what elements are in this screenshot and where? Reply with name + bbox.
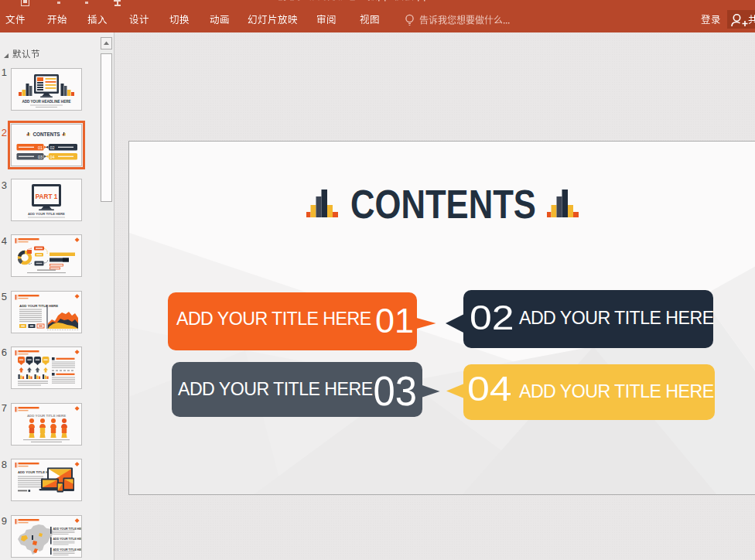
svg-text:ADD YOUR TITLE HERE: ADD YOUR TITLE HERE (53, 538, 82, 541)
svg-text:03: 03 (38, 155, 43, 159)
svg-text:PART 1: PART 1 (36, 193, 58, 200)
svg-text:ADD YOUR TITLE HERE: ADD YOUR TITLE HERE (19, 303, 58, 307)
svg-text:02: 02 (50, 145, 55, 150)
svg-text:ADD YOUR HEADLINE HERE: ADD YOUR HEADLINE HERE (22, 100, 70, 104)
svg-text:CONTENTS: CONTENTS (32, 131, 60, 137)
svg-text:ADD YOUR TITLE HERE: ADD YOUR TITLE HERE (27, 414, 66, 418)
svg-text:04: 04 (50, 155, 55, 159)
svg-text:ADD YOUR TITLE HERE: ADD YOUR TITLE HERE (28, 211, 65, 215)
svg-text:01: 01 (38, 145, 43, 150)
svg-text:ADD YOUR TITLE HERE: ADD YOUR TITLE HERE (53, 527, 82, 530)
svg-text:ADD YOUR TITLE HERE: ADD YOUR TITLE HERE (53, 548, 82, 551)
